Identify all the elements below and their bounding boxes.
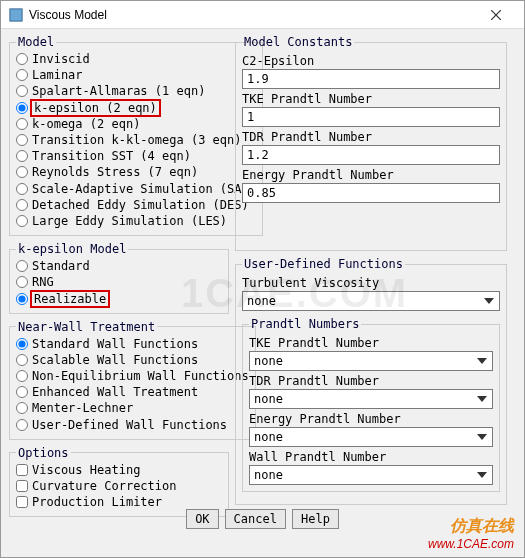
- model-radio-10-radio[interactable]: [16, 215, 28, 227]
- nw-radio-1[interactable]: Scalable Wall Functions: [16, 352, 249, 368]
- window-title: Viscous Model: [29, 8, 476, 22]
- near-wall-group: Near-Wall Treatment Standard Wall Functi…: [9, 320, 256, 440]
- options-group: Options Viscous HeatingCurvature Correct…: [9, 446, 229, 518]
- ke-radio-0[interactable]: Standard: [16, 258, 222, 274]
- opt-check-0-checkbox[interactable]: [16, 464, 28, 476]
- model-radio-10[interactable]: Large Eddy Simulation (LES): [16, 213, 256, 229]
- svg-rect-0: [10, 8, 22, 20]
- const-input-2[interactable]: [242, 145, 500, 165]
- pn-label-0: TKE Prandtl Number: [249, 336, 493, 350]
- ke-radio-2-radio[interactable]: [16, 293, 28, 305]
- nw-radio-4[interactable]: Menter-Lechner: [16, 400, 249, 416]
- model-radio-3[interactable]: k-epsilon (2 eqn): [16, 100, 256, 116]
- model-radio-1[interactable]: Laminar: [16, 67, 256, 83]
- chevron-down-icon: [481, 293, 497, 309]
- model-radio-3-radio[interactable]: [16, 102, 28, 114]
- const-input-1[interactable]: [242, 107, 500, 127]
- model-radio-7[interactable]: Reynolds Stress (7 eqn): [16, 164, 256, 180]
- cancel-button[interactable]: Cancel: [225, 509, 286, 529]
- pn-label-1: TDR Prandtl Number: [249, 374, 493, 388]
- pn-value-0: none: [254, 354, 283, 368]
- ke-radio-2[interactable]: Realizable: [16, 290, 222, 306]
- opt-check-1-label: Curvature Correction: [32, 479, 177, 493]
- model-radio-9-label: Detached Eddy Simulation (DES): [32, 198, 249, 212]
- const-input-3[interactable]: [242, 183, 500, 203]
- ke-radio-1-radio[interactable]: [16, 276, 28, 288]
- model-radio-9-radio[interactable]: [16, 199, 28, 211]
- nw-radio-3-label: Enhanced Wall Treatment: [32, 385, 198, 399]
- const-input-0[interactable]: [242, 69, 500, 89]
- svg-marker-6: [477, 434, 487, 440]
- model-radio-6-radio[interactable]: [16, 150, 28, 162]
- pn-dropdown-2[interactable]: none: [249, 427, 493, 447]
- model-radio-4[interactable]: k-omega (2 eqn): [16, 116, 256, 132]
- nw-radio-4-radio[interactable]: [16, 402, 28, 414]
- model-radio-7-radio[interactable]: [16, 166, 28, 178]
- udf-group: User-Defined Functions Turbulent Viscosi…: [235, 257, 507, 505]
- nw-radio-5[interactable]: User-Defined Wall Functions: [16, 417, 249, 433]
- opt-check-1-checkbox[interactable]: [16, 480, 28, 492]
- prandtl-numbers-group: Prandtl Numbers TKE Prandtl NumbernoneTD…: [242, 317, 500, 492]
- model-radio-2-radio[interactable]: [16, 85, 28, 97]
- turb-visc-value: none: [247, 294, 276, 308]
- titlebar: Viscous Model: [1, 1, 524, 29]
- model-radio-8-radio[interactable]: [16, 183, 28, 195]
- near-wall-legend: Near-Wall Treatment: [16, 320, 157, 334]
- pn-dropdown-3[interactable]: none: [249, 465, 493, 485]
- nw-radio-1-radio[interactable]: [16, 354, 28, 366]
- nw-radio-2[interactable]: Non-Equilibrium Wall Functions: [16, 368, 249, 384]
- opt-check-2-checkbox[interactable]: [16, 496, 28, 508]
- model-radio-8-label: Scale-Adaptive Simulation (SAS): [32, 182, 256, 196]
- chevron-down-icon: [474, 467, 490, 483]
- model-radio-5-radio[interactable]: [16, 134, 28, 146]
- nw-radio-2-radio[interactable]: [16, 370, 28, 382]
- svg-marker-3: [484, 298, 494, 304]
- nw-radio-3-radio[interactable]: [16, 386, 28, 398]
- model-radio-2[interactable]: Spalart-Allmaras (1 eqn): [16, 83, 256, 99]
- nw-radio-0-radio[interactable]: [16, 338, 28, 350]
- options-legend: Options: [16, 446, 71, 460]
- model-radio-8[interactable]: Scale-Adaptive Simulation (SAS): [16, 181, 256, 197]
- footer-brand: 仿真在线 www.1CAE.com: [428, 516, 514, 551]
- nw-radio-4-label: Menter-Lechner: [32, 401, 133, 415]
- opt-check-0[interactable]: Viscous Heating: [16, 462, 222, 478]
- model-radio-3-label: k-epsilon (2 eqn): [34, 101, 157, 115]
- close-icon: [491, 10, 501, 20]
- pn-dropdown-1[interactable]: none: [249, 389, 493, 409]
- ke-model-legend: k-epsilon Model: [16, 242, 128, 256]
- model-legend: Model: [16, 35, 56, 49]
- ke-radio-0-radio[interactable]: [16, 260, 28, 272]
- ke-radio-1-label: RNG: [32, 275, 54, 289]
- ke-radio-2-label: Realizable: [34, 292, 106, 306]
- nw-radio-0-label: Standard Wall Functions: [32, 337, 198, 351]
- model-radio-0[interactable]: Inviscid: [16, 51, 256, 67]
- model-radio-2-label: Spalart-Allmaras (1 eqn): [32, 84, 205, 98]
- nw-radio-0[interactable]: Standard Wall Functions: [16, 336, 249, 352]
- chevron-down-icon: [474, 391, 490, 407]
- svg-marker-5: [477, 396, 487, 402]
- opt-check-1[interactable]: Curvature Correction: [16, 478, 222, 494]
- nw-radio-5-label: User-Defined Wall Functions: [32, 418, 227, 432]
- model-radio-10-label: Large Eddy Simulation (LES): [32, 214, 227, 228]
- nw-radio-3[interactable]: Enhanced Wall Treatment: [16, 384, 249, 400]
- opt-check-2[interactable]: Production Limiter: [16, 494, 222, 510]
- model-radio-1-radio[interactable]: [16, 69, 28, 81]
- pn-dropdown-0[interactable]: none: [249, 351, 493, 371]
- pn-value-1: none: [254, 392, 283, 406]
- svg-marker-4: [477, 358, 487, 364]
- ok-button[interactable]: OK: [186, 509, 218, 529]
- model-radio-4-radio[interactable]: [16, 118, 28, 130]
- nw-radio-5-radio[interactable]: [16, 419, 28, 431]
- help-button[interactable]: Help: [292, 509, 339, 529]
- ke-radio-1[interactable]: RNG: [16, 274, 222, 290]
- close-button[interactable]: [476, 4, 516, 26]
- model-radio-0-radio[interactable]: [16, 53, 28, 65]
- model-radio-4-label: k-omega (2 eqn): [32, 117, 140, 131]
- model-radio-6[interactable]: Transition SST (4 eqn): [16, 148, 256, 164]
- model-radio-9[interactable]: Detached Eddy Simulation (DES): [16, 197, 256, 213]
- opt-check-2-label: Production Limiter: [32, 495, 162, 509]
- turb-visc-dropdown[interactable]: none: [242, 291, 500, 311]
- model-radio-5[interactable]: Transition k-kl-omega (3 eqn): [16, 132, 256, 148]
- model-radio-7-label: Reynolds Stress (7 eqn): [32, 165, 198, 179]
- turb-visc-label: Turbulent Viscosity: [242, 276, 500, 290]
